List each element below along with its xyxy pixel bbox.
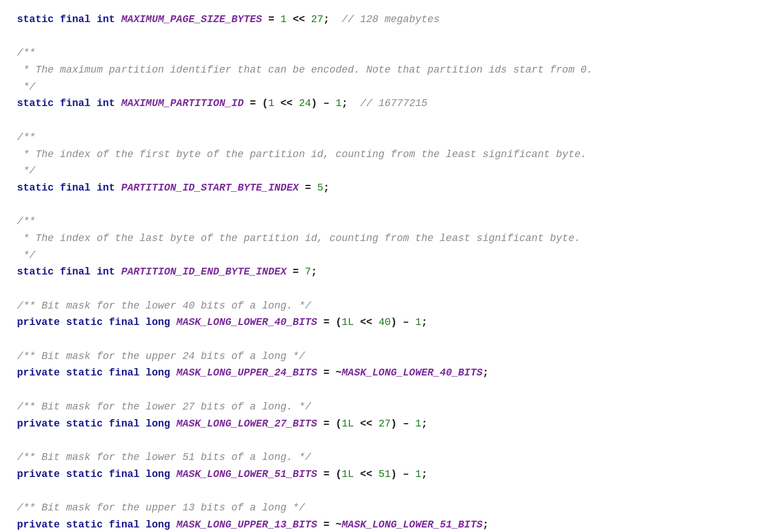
code-token: final [60,182,97,193]
code-token: int [96,98,121,109]
code-token: 1 [268,98,274,109]
code-token: << [354,468,378,480]
code-line: /** Bit mask for the lower 27 bits of a … [17,399,744,416]
code-line: static final int PARTITION_ID_END_BYTE_I… [17,264,744,281]
code-token: 1 [281,14,287,25]
code-token: long [146,316,176,328]
code-token: static [66,316,109,328]
code-line: private static final long MASK_LONG_UPPE… [17,365,744,382]
code-token: = ~ [317,367,341,378]
code-token: 1L [342,418,354,429]
code-line: private static final long MASK_LONG_UPPE… [17,517,744,532]
code-token: << [354,418,378,429]
code-token: 1L [342,468,354,480]
code-token: * The index of the first byte of the par… [17,149,587,160]
code-token: 24 [299,98,311,109]
code-token: ) – [391,316,415,328]
code-token: * The index of the last byte of the part… [17,233,581,244]
code-token: 1 [415,418,421,429]
code-token: /** [17,132,35,143]
code-token: ; [311,266,318,277]
code-token: ; [421,468,428,480]
code-token: /** Bit mask for the lower 51 bits of a … [17,451,311,463]
code-token: MASK_LONG_LOWER_40_BITS [342,367,483,378]
code-line: private static final long MASK_LONG_LOWE… [17,416,744,433]
code-line: /** Bit mask for the lower 51 bits of a … [17,449,744,466]
code-token: static [66,519,109,530]
code-line: /** [17,213,744,230]
code-token: = ( [317,468,341,480]
code-token: 40 [378,316,391,328]
code-token: 7 [305,266,311,277]
code-token: ) – [391,468,415,480]
code-token: = ( [317,418,341,429]
code-token: */ [17,81,35,92]
code-token: << [354,316,378,328]
code-token: = [286,266,305,277]
code-token: // 16777215 [360,98,428,109]
code-token: << [274,98,299,109]
code-token: MASK_LONG_LOWER_51_BITS [176,468,317,480]
code-token: long [146,468,176,480]
code-line: * The index of the first byte of the par… [17,146,744,163]
code-line [17,382,744,399]
code-token: * The maximum partition identifier that … [17,64,593,75]
code-token: = ~ [317,519,341,530]
code-token: final [109,468,146,480]
code-token: /** Bit mask for the upper 13 bits of a … [17,502,305,513]
code-token: PARTITION_ID_START_BYTE_INDEX [121,182,299,193]
code-token: static [66,468,109,480]
code-token: = ( [244,98,268,109]
code-token: private [17,316,66,328]
code-token: final [60,14,97,25]
code-token: PARTITION_ID_END_BYTE_INDEX [121,266,287,277]
code-token: long [146,519,176,530]
code-token: MASK_LONG_LOWER_40_BITS [176,316,317,328]
code-line [17,331,744,348]
code-token: long [146,367,176,378]
code-line: /** Bit mask for the upper 13 bits of a … [17,500,744,517]
code-token: long [146,418,176,429]
code-token: final [109,316,146,328]
code-token: MAXIMUM_PARTITION_ID [121,98,244,109]
code-token: final [109,367,146,378]
code-line: /** Bit mask for the lower 40 bits of a … [17,298,744,315]
code-token: ; [342,98,360,109]
code-token: 1 [336,98,342,109]
code-token: ; [323,14,341,25]
code-token: 27 [378,418,391,429]
code-token: = ( [317,316,341,328]
code-token: final [109,418,146,429]
code-token: 27 [311,14,324,25]
code-line: */ [17,79,744,96]
code-token: MASK_LONG_UPPER_13_BITS [176,519,317,530]
code-token: = [262,14,280,25]
code-token: */ [17,165,35,176]
code-token: ) – [311,98,336,109]
code-token: MASK_LONG_LOWER_27_BITS [176,418,317,429]
code-line [17,432,744,449]
code-token: MASK_LONG_LOWER_51_BITS [342,519,483,530]
code-line: */ [17,247,744,264]
code-token: 1L [342,316,354,328]
code-line [17,28,744,45]
code-token: ; [421,316,428,328]
code-line: static final int MAXIMUM_PAGE_SIZE_BYTES… [17,11,744,28]
code-token: MASK_LONG_UPPER_24_BITS [176,367,317,378]
code-line [17,281,744,298]
code-token: int [96,14,121,25]
code-token: static [66,367,109,378]
code-line: static final int PARTITION_ID_START_BYTE… [17,180,744,197]
code-line [17,112,744,129]
code-token: int [96,266,121,277]
code-token: 1 [415,468,421,480]
code-line: /** [17,129,744,146]
code-token: */ [17,250,35,261]
code-line [17,197,744,214]
code-token: // 128 megabytes [342,14,440,25]
code-token: 51 [378,468,391,480]
code-token: ) – [391,418,415,429]
code-token: MAXIMUM_PAGE_SIZE_BYTES [121,14,262,25]
code-token: /** [17,47,35,58]
code-token: ; [483,519,489,530]
